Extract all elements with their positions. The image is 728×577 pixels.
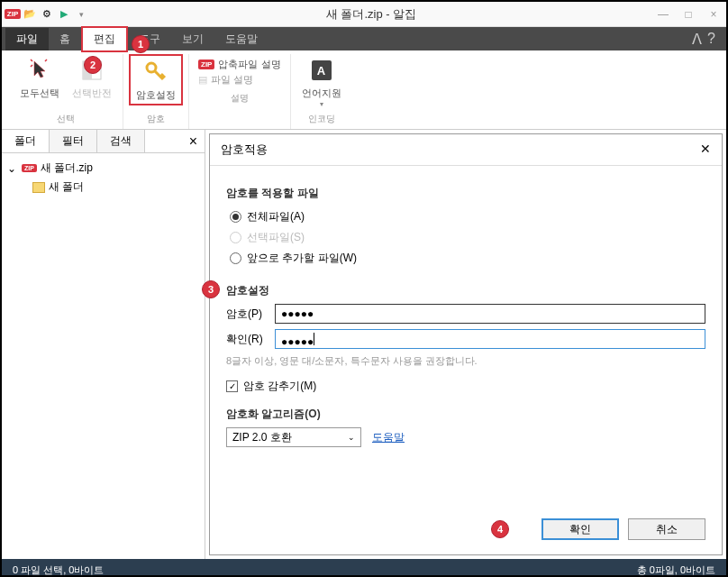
menu-home[interactable]: 홈 xyxy=(49,28,81,50)
svg-point-2 xyxy=(147,63,156,72)
minimize-button[interactable]: — xyxy=(654,8,672,21)
password-dialog: 암호적용 ✕ 암호를 적용할 파일 전체파일(A) 선택파일(S) 앞으로 추가… xyxy=(209,133,723,555)
confirm-label: 확인(R) xyxy=(226,332,268,347)
hide-password-checkbox[interactable]: ✓ 암호 감추기(M) xyxy=(226,379,705,394)
confirm-input[interactable]: ●●●●● xyxy=(275,329,705,349)
sidebar-close-button[interactable]: × xyxy=(182,130,205,152)
file-icon: ▤ xyxy=(198,74,207,86)
hide-password-label: 암호 감추기(M) xyxy=(243,379,316,394)
open-icon[interactable]: 📂 xyxy=(23,7,37,22)
tree-child-label: 새 폴더 xyxy=(49,179,84,195)
section-files-title: 암호를 적용할 파일 xyxy=(226,186,705,201)
titlebar: ZIP 📂 ⚙ ▶ ▾ 새 폴더.zip - 알집 — □ × xyxy=(2,2,726,27)
settings-icon[interactable]: ⚙ xyxy=(40,7,54,22)
close-button[interactable]: × xyxy=(705,8,723,21)
status-left: 0 파일 선택, 0바이트 xyxy=(13,563,104,577)
dialog-close-button[interactable]: ✕ xyxy=(700,142,711,158)
menu-edit[interactable]: 편집 xyxy=(81,26,128,52)
menubar: 파일 홈 편집 도구 보기 도움말 ᐱ ? xyxy=(2,27,726,50)
group-encoding-label: 인코딩 xyxy=(308,111,335,129)
tab-folder[interactable]: 폴더 xyxy=(2,130,50,152)
window-controls: — □ × xyxy=(654,8,723,21)
ribbon-group-comment: ZIP 압축파일 설명 ▤ 파일 설명 설명 xyxy=(189,54,291,129)
ribbon-group-select: 모두선택 선택반전 선택 xyxy=(9,54,123,129)
radio-future-files[interactable]: 앞으로 추가할 파일(W) xyxy=(226,248,705,269)
password-set-label: 암호설정 xyxy=(136,88,176,102)
dialog-container: 암호적용 ✕ 암호를 적용할 파일 전체파일(A) 선택파일(S) 앞으로 추가… xyxy=(205,130,726,559)
window-title: 새 폴더.zip - 알집 xyxy=(88,6,654,23)
sidebar: 폴더 필터 검색 × ⌄ ZIP 새 폴더.zip 새 폴더 xyxy=(2,130,205,559)
file-comment-button[interactable]: ▤ 파일 설명 xyxy=(198,73,281,87)
checkbox-icon: ✓ xyxy=(226,380,238,392)
zip-comment-label: 압축파일 설명 xyxy=(218,58,280,71)
dialog-buttons: 4 확인 취소 xyxy=(210,518,722,554)
collapse-ribbon-icon[interactable]: ᐱ xyxy=(692,31,702,48)
menubar-right: ᐱ ? xyxy=(692,31,723,48)
group-password-label: 암호 xyxy=(147,111,165,129)
password-label: 암호(P) xyxy=(226,307,268,322)
password-row: 암호(P) ●●●●● xyxy=(226,304,705,324)
menu-help[interactable]: 도움말 xyxy=(214,28,268,50)
status-right: 총 0파일, 0바이트 xyxy=(637,563,715,577)
select-invert-label: 선택반전 xyxy=(72,87,112,100)
select-all-label: 모두선택 xyxy=(20,87,59,100)
ribbon: 모두선택 선택반전 선택 암호설정 암호 ZIP xyxy=(2,50,726,130)
lang-support-button[interactable]: A 언어지원 ▾ xyxy=(296,54,347,110)
zip-badge-icon: ZIP xyxy=(198,60,214,69)
tree-root-label: 새 폴더.zip xyxy=(41,160,93,176)
tab-search[interactable]: 검색 xyxy=(97,130,145,152)
sidebar-tabs: 폴더 필터 검색 × xyxy=(2,130,205,153)
algorithm-value: ZIP 2.0 호환 xyxy=(232,430,292,445)
radio-icon xyxy=(230,232,241,243)
radio-future-label: 앞으로 추가할 파일(W) xyxy=(247,251,357,266)
play-icon[interactable]: ▶ xyxy=(57,7,71,22)
ok-button[interactable]: 확인 xyxy=(541,518,619,540)
dialog-title: 암호적용 xyxy=(221,142,268,158)
radio-all-label: 전체파일(A) xyxy=(247,209,305,224)
help-link[interactable]: 도움말 xyxy=(372,430,405,445)
letter-a-icon: A xyxy=(307,56,336,85)
cursor-icon xyxy=(25,56,54,85)
app-icon: ZIP xyxy=(5,7,20,22)
zip-comment-button[interactable]: ZIP 압축파일 설명 xyxy=(198,58,281,71)
callout-1: 1 xyxy=(132,35,150,53)
folder-tree: ⌄ ZIP 새 폴더.zip 새 폴더 xyxy=(2,153,205,202)
key-icon xyxy=(141,58,170,87)
section-algorithm-title: 암호화 알고리즘(O) xyxy=(226,407,705,422)
dialog-header: 암호적용 ✕ xyxy=(210,134,722,166)
folder-icon xyxy=(32,182,45,193)
maximize-button[interactable]: □ xyxy=(679,8,697,21)
cancel-button[interactable]: 취소 xyxy=(628,518,705,540)
group-comment-label: 설명 xyxy=(231,90,249,108)
ribbon-group-encoding: A 언어지원 ▾ 인코딩 xyxy=(291,54,352,129)
radio-icon xyxy=(230,211,241,223)
algorithm-select[interactable]: ZIP 2.0 호환 ⌄ xyxy=(226,427,361,447)
radio-selected-label: 선택파일(S) xyxy=(247,230,305,245)
quick-access-toolbar: ZIP 📂 ⚙ ▶ ▾ xyxy=(5,7,88,22)
tree-child[interactable]: 새 폴더 xyxy=(7,178,199,197)
ribbon-group-password: 암호설정 암호 xyxy=(123,54,189,129)
tree-toggle-icon[interactable]: ⌄ xyxy=(7,162,18,175)
radio-all-files[interactable]: 전체파일(A) xyxy=(226,206,705,227)
zip-file-icon: ZIP xyxy=(22,164,37,172)
callout-2: 2 xyxy=(84,56,102,74)
section-password-title: 암호설정 xyxy=(226,283,705,298)
dialog-body: 암호를 적용할 파일 전체파일(A) 선택파일(S) 앞으로 추가할 파일(W)… xyxy=(210,166,722,518)
chevron-down-icon: ▾ xyxy=(320,100,323,108)
callout-4: 4 xyxy=(491,520,509,538)
menu-file[interactable]: 파일 xyxy=(5,28,49,50)
lang-support-label: 언어지원 xyxy=(302,87,341,100)
password-input[interactable]: ●●●●● xyxy=(275,304,705,324)
select-all-button[interactable]: 모두선택 xyxy=(14,54,65,102)
statusbar: 0 파일 선택, 0바이트 총 0파일, 0바이트 xyxy=(2,559,726,577)
chevron-down-icon: ⌄ xyxy=(348,433,355,442)
help-icon[interactable]: ? xyxy=(707,31,715,48)
tab-filter[interactable]: 필터 xyxy=(50,130,97,152)
dropdown-icon[interactable]: ▾ xyxy=(74,7,88,22)
radio-icon xyxy=(230,252,241,264)
content-area: 폴더 필터 검색 × ⌄ ZIP 새 폴더.zip 새 폴더 암호적용 ✕ 암 xyxy=(2,130,726,559)
callout-3: 3 xyxy=(202,280,220,298)
password-set-button[interactable]: 암호설정 xyxy=(129,54,183,105)
tree-root[interactable]: ⌄ ZIP 새 폴더.zip xyxy=(7,159,199,178)
menu-view[interactable]: 보기 xyxy=(171,28,214,50)
